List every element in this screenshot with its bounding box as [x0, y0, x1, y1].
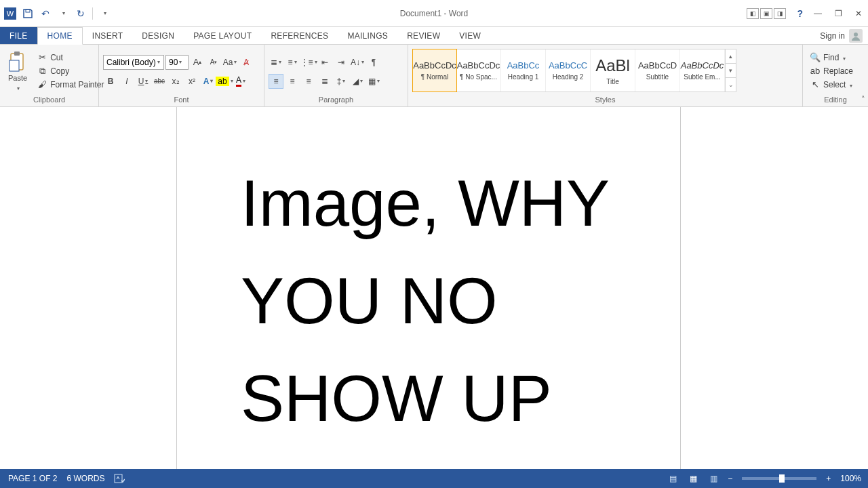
ribbon-display-1-icon[interactable]: ◧: [747, 8, 759, 19]
style-preview: AaBl: [595, 56, 630, 75]
save-icon[interactable]: [22, 7, 34, 20]
tab-home[interactable]: HOME: [37, 27, 83, 45]
subscript-button[interactable]: x₂: [168, 74, 183, 89]
customize-qa-dropdown[interactable]: [98, 7, 111, 20]
word-count[interactable]: 6 WORDS: [66, 474, 104, 483]
close-button[interactable]: ✕: [849, 6, 868, 21]
binoculars-icon: 🔍: [810, 52, 821, 63]
spell-check-icon[interactable]: [114, 473, 125, 484]
styles-gallery-scroll: ▴▾⌄: [725, 49, 736, 92]
tab-file[interactable]: FILE: [0, 27, 37, 44]
replace-button[interactable]: abReplace: [807, 64, 864, 78]
ribbon-display-3-icon[interactable]: ◨: [774, 8, 786, 19]
justify-button[interactable]: ≣: [317, 74, 332, 89]
zoom-level[interactable]: 100%: [840, 474, 861, 483]
grow-font-button[interactable]: A▴: [190, 55, 205, 70]
style-item-4[interactable]: AaBlTitle: [591, 49, 635, 92]
style-item-0[interactable]: AaBbCcDc¶ Normal: [412, 49, 457, 92]
tab-references[interactable]: REFERENCES: [261, 27, 338, 44]
copy-icon: ⧉: [37, 66, 47, 77]
web-layout-button[interactable]: ▥: [705, 472, 722, 485]
paste-button[interactable]: Paste: [4, 47, 31, 94]
text-effects-button[interactable]: A: [201, 74, 216, 89]
change-case-button[interactable]: Aa: [222, 55, 237, 70]
highlight-button[interactable]: ab: [217, 74, 232, 89]
align-left-button[interactable]: ≡: [269, 74, 283, 89]
multilevel-list-button[interactable]: ⋮≡: [301, 55, 316, 70]
sort-button[interactable]: A↓: [350, 55, 365, 70]
zoom-in-button[interactable]: +: [823, 474, 833, 483]
tab-insert[interactable]: INSERT: [83, 27, 133, 44]
decrease-indent-button[interactable]: ⇤: [317, 55, 332, 70]
superscript-button[interactable]: x²: [184, 74, 199, 89]
font-size-combo[interactable]: 90: [165, 55, 189, 70]
cut-button[interactable]: ✂Cut: [34, 51, 106, 64]
svg-point-3: [854, 33, 858, 37]
borders-button[interactable]: ▦: [366, 74, 381, 89]
bullets-button[interactable]: ≣: [269, 55, 283, 70]
page-indicator[interactable]: PAGE 1 OF 2: [8, 474, 57, 483]
find-button[interactable]: 🔍Find: [807, 51, 864, 64]
zoom-slider[interactable]: [742, 477, 816, 480]
style-name-label: ¶ No Spac...: [460, 73, 497, 81]
svg-rect-7: [115, 474, 122, 483]
gallery-scroll-0[interactable]: ▴: [726, 49, 736, 64]
font-color-button[interactable]: A: [233, 74, 248, 89]
italic-button[interactable]: I: [119, 74, 134, 89]
align-center-button[interactable]: ≡: [285, 74, 300, 89]
document-page[interactable]: Image, WHY YOU NO SHOW UP: [176, 107, 681, 469]
style-item-1[interactable]: AaBbCcDc¶ No Spac...: [456, 49, 501, 92]
style-item-6[interactable]: AaBbCcDcSubtle Em...: [680, 49, 725, 92]
style-item-2[interactable]: AaBbCcHeading 1: [501, 49, 546, 92]
scissors-icon: ✂: [37, 52, 47, 63]
zoom-thumb[interactable]: [779, 474, 785, 483]
strikethrough-button[interactable]: abc: [152, 74, 167, 89]
undo-icon[interactable]: ↶: [39, 7, 52, 20]
clear-formatting-button[interactable]: A̷: [239, 55, 254, 70]
read-mode-button[interactable]: ▤: [664, 472, 682, 485]
underline-button[interactable]: U: [136, 74, 151, 89]
find-dropdown-icon: [842, 53, 846, 62]
style-preview: AaBbCcC: [549, 60, 587, 70]
tab-mailings[interactable]: MAILINGS: [338, 27, 397, 44]
collapse-ribbon-button[interactable]: ˄: [861, 95, 865, 104]
sign-in-link[interactable]: Sign in: [820, 27, 863, 45]
increase-indent-button[interactable]: ⇥: [334, 55, 349, 70]
tab-review[interactable]: REVIEW: [397, 27, 450, 44]
print-layout-button[interactable]: ▦: [684, 472, 702, 485]
shading-button[interactable]: ◢: [350, 74, 365, 89]
minimize-button[interactable]: —: [808, 6, 827, 21]
style-item-5[interactable]: AaBbCcDSubtitle: [635, 49, 680, 92]
document-text[interactable]: Image, WHY YOU NO SHOW UP: [241, 155, 639, 447]
zoom-out-button[interactable]: −: [725, 474, 735, 483]
line-spacing-button[interactable]: ‡: [334, 74, 349, 89]
align-right-button[interactable]: ≡: [301, 74, 316, 89]
shrink-font-button[interactable]: A▾: [206, 55, 221, 70]
numbering-button[interactable]: ≡: [285, 55, 300, 70]
redo-icon[interactable]: ↻: [75, 7, 87, 20]
group-editing: 🔍Find abReplace ↖Select Editing: [803, 45, 868, 106]
font-name-combo[interactable]: Calibri (Body): [103, 55, 164, 70]
group-clipboard: Paste ✂Cut ⧉Copy 🖌Format Painter Clipboa…: [0, 45, 99, 106]
window-title: Document1 - Word: [0, 9, 868, 18]
select-label: Select: [823, 80, 846, 89]
tab-page-layout[interactable]: PAGE LAYOUT: [184, 27, 261, 44]
select-button[interactable]: ↖Select: [807, 78, 864, 92]
font-group-label: Font: [103, 94, 260, 106]
undo-dropdown[interactable]: [57, 7, 69, 20]
sign-in-label: Sign in: [820, 31, 845, 41]
bold-button[interactable]: B: [103, 74, 118, 89]
document-area[interactable]: Image, WHY YOU NO SHOW UP: [0, 107, 868, 469]
gallery-scroll-1[interactable]: ▾: [726, 64, 736, 78]
restore-button[interactable]: ❐: [829, 6, 848, 21]
ribbon-display-2-icon[interactable]: ▣: [760, 8, 772, 19]
tab-design[interactable]: DESIGN: [132, 27, 184, 44]
show-paragraph-marks-button[interactable]: ¶: [366, 55, 381, 70]
styles-group-label: Styles: [412, 94, 798, 106]
help-icon[interactable]: ?: [793, 8, 807, 19]
tab-view[interactable]: VIEW: [450, 27, 490, 44]
copy-button[interactable]: ⧉Copy: [34, 64, 106, 78]
style-item-3[interactable]: AaBbCcCHeading 2: [546, 49, 591, 92]
format-painter-button[interactable]: 🖌Format Painter: [34, 78, 106, 92]
gallery-scroll-2[interactable]: ⌄: [726, 78, 736, 92]
